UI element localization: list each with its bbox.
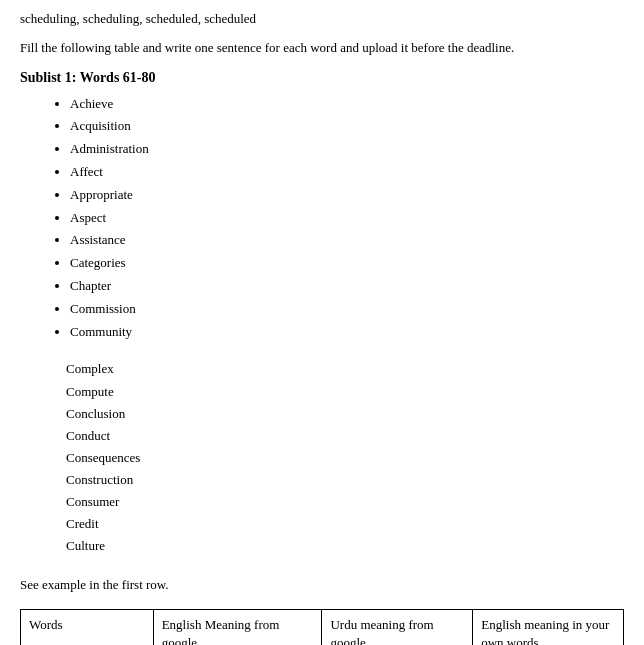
- sublist-title: Sublist 1: Words 61-80: [20, 70, 624, 86]
- top-text: scheduling, scheduling, scheduled, sched…: [20, 10, 624, 28]
- plain-item: Conclusion: [66, 403, 624, 425]
- bullet-item: Categories: [70, 253, 624, 274]
- fill-instruction: Fill the following table and write one s…: [20, 38, 624, 58]
- bullet-item: Aspect: [70, 208, 624, 229]
- bullet-item: Administration: [70, 139, 624, 160]
- bullet-item: Commission: [70, 299, 624, 320]
- plain-list: ComplexComputeConclusionConductConsequen…: [20, 358, 624, 557]
- plain-item: Construction: [66, 469, 624, 491]
- plain-item: Credit: [66, 513, 624, 535]
- bullet-list: AchieveAcquisitionAdministrationAffectAp…: [20, 94, 624, 343]
- bullet-item: Chapter: [70, 276, 624, 297]
- bullet-item: Acquisition: [70, 116, 624, 137]
- plain-item: Culture: [66, 535, 624, 557]
- bullet-item: Community: [70, 322, 624, 343]
- col-header-urdu-meaning: Urdu meaning from google: [322, 610, 473, 645]
- col-header-own-words: English meaning in your own words: [473, 610, 624, 645]
- see-example: See example in the first row.: [20, 577, 624, 593]
- plain-item: Compute: [66, 381, 624, 403]
- bullet-item: Achieve: [70, 94, 624, 115]
- col-header-words: Words: [21, 610, 154, 645]
- bullet-item: Appropriate: [70, 185, 624, 206]
- bullet-item: Assistance: [70, 230, 624, 251]
- word-table: Words English Meaning from google Urdu m…: [20, 609, 624, 645]
- bullet-item: Affect: [70, 162, 624, 183]
- plain-item: Consequences: [66, 447, 624, 469]
- col-header-english-meaning: English Meaning from google: [153, 610, 322, 645]
- table-container: Words English Meaning from google Urdu m…: [20, 609, 624, 645]
- plain-item: Complex: [66, 358, 624, 380]
- plain-item: Consumer: [66, 491, 624, 513]
- plain-item: Conduct: [66, 425, 624, 447]
